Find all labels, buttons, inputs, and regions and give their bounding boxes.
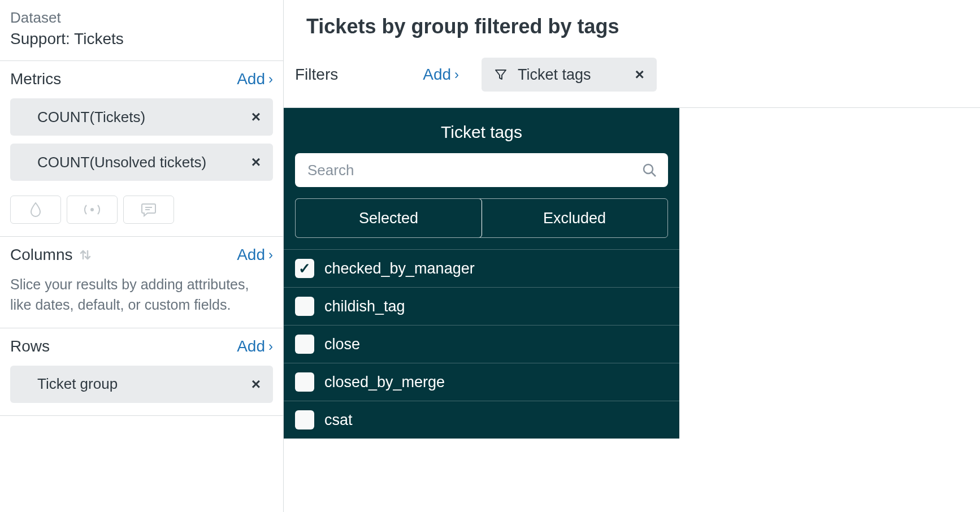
option-list: ✓ checked_by_manager childish_tag close … bbox=[284, 249, 679, 439]
metric-chip-label: COUNT(Tickets) bbox=[37, 109, 145, 126]
chevron-right-icon: › bbox=[268, 247, 273, 263]
option-label: csat bbox=[324, 411, 353, 429]
metric-option-row bbox=[10, 196, 273, 224]
filter-dropdown: Ticket tags Selected Excluded ✓ checked_… bbox=[284, 108, 679, 439]
svg-point-0 bbox=[90, 208, 94, 211]
config-sidebar: Dataset Support: Tickets Metrics Add › C… bbox=[0, 0, 284, 512]
metrics-title: Metrics bbox=[10, 70, 61, 88]
filters-label: Filters bbox=[295, 66, 338, 84]
rows-add-button[interactable]: Add › bbox=[237, 337, 273, 355]
app-root: Dataset Support: Tickets Metrics Add › C… bbox=[0, 0, 980, 512]
metrics-header: Metrics Add › bbox=[10, 70, 273, 88]
columns-add-button[interactable]: Add › bbox=[237, 246, 273, 264]
option-item[interactable]: csat bbox=[284, 401, 679, 439]
filters-add-label: Add bbox=[423, 66, 451, 84]
segmented-control: Selected Excluded bbox=[295, 198, 668, 238]
chevron-right-icon: › bbox=[268, 71, 273, 87]
checkbox-unchecked-icon[interactable] bbox=[295, 297, 314, 316]
rows-title: Rows bbox=[10, 337, 50, 355]
dataset-name[interactable]: Support: Tickets bbox=[10, 30, 273, 48]
remove-icon[interactable]: × bbox=[635, 66, 644, 84]
svg-point-3 bbox=[644, 164, 653, 173]
live-icon-button[interactable] bbox=[67, 196, 118, 224]
metrics-add-button[interactable]: Add › bbox=[237, 70, 273, 88]
option-item[interactable]: childish_tag bbox=[284, 287, 679, 325]
columns-helper-text: Slice your results by adding attributes,… bbox=[10, 274, 273, 315]
rows-header: Rows Add › bbox=[10, 337, 273, 355]
filter-chip-label: Ticket tags bbox=[518, 66, 591, 84]
option-item[interactable]: ✓ checked_by_manager bbox=[284, 249, 679, 287]
option-label: childish_tag bbox=[324, 298, 405, 315]
metric-chip[interactable]: COUNT(Tickets) × bbox=[10, 98, 273, 136]
filter-chip[interactable]: Ticket tags × bbox=[482, 58, 657, 92]
filters-add-button[interactable]: Add › bbox=[423, 66, 459, 84]
metrics-section: Metrics Add › COUNT(Tickets) × COUNT(Uns… bbox=[0, 61, 283, 237]
filter-icon bbox=[494, 68, 508, 81]
option-label: close bbox=[324, 336, 360, 353]
remove-icon[interactable]: × bbox=[251, 375, 261, 393]
dataset-section: Dataset Support: Tickets bbox=[0, 0, 283, 61]
columns-add-label: Add bbox=[237, 246, 265, 264]
comment-icon bbox=[141, 202, 157, 217]
rows-chip-list: Ticket group × bbox=[10, 366, 273, 403]
svg-line-4 bbox=[652, 172, 656, 176]
chevron-right-icon: › bbox=[268, 339, 273, 354]
metric-chip[interactable]: COUNT(Unsolved tickets) × bbox=[10, 144, 273, 181]
remove-icon[interactable]: × bbox=[251, 108, 261, 126]
metric-chip-label: COUNT(Unsolved tickets) bbox=[37, 154, 206, 171]
search-input[interactable] bbox=[295, 153, 668, 187]
dropdown-title: Ticket tags bbox=[284, 108, 679, 153]
drop-icon bbox=[29, 202, 42, 218]
rows-section: Rows Add › Ticket group × bbox=[0, 328, 283, 416]
chevron-right-icon: › bbox=[454, 67, 459, 83]
drop-icon-button[interactable] bbox=[10, 196, 61, 224]
main-title-row: Tickets by group filtered by tags bbox=[284, 0, 980, 58]
columns-title: Columns bbox=[10, 246, 93, 264]
remove-icon[interactable]: × bbox=[251, 153, 261, 171]
search-icon bbox=[642, 163, 657, 177]
search-box bbox=[295, 153, 668, 187]
columns-header: Columns Add › bbox=[10, 246, 273, 264]
row-chip-label: Ticket group bbox=[37, 375, 118, 393]
comment-icon-button[interactable] bbox=[123, 196, 174, 224]
swap-icon[interactable] bbox=[78, 248, 93, 262]
page-title: Tickets by group filtered by tags bbox=[306, 15, 957, 38]
metrics-add-label: Add bbox=[237, 70, 265, 88]
metrics-chip-list: COUNT(Tickets) × COUNT(Unsolved tickets)… bbox=[10, 98, 273, 181]
option-label: checked_by_manager bbox=[324, 260, 475, 277]
option-item[interactable]: closed_by_merge bbox=[284, 363, 679, 401]
row-chip[interactable]: Ticket group × bbox=[10, 366, 273, 403]
checkbox-checked-icon[interactable]: ✓ bbox=[295, 259, 314, 278]
columns-section: Columns Add › Slice your results by addi… bbox=[0, 237, 283, 328]
option-label: closed_by_merge bbox=[324, 374, 445, 391]
tab-selected[interactable]: Selected bbox=[295, 198, 482, 238]
dataset-label: Dataset bbox=[10, 9, 273, 27]
dropdown-inner: Selected Excluded bbox=[284, 153, 679, 249]
checkbox-unchecked-icon[interactable] bbox=[295, 372, 314, 392]
main-area: Tickets by group filtered by tags Filter… bbox=[284, 0, 980, 512]
checkbox-unchecked-icon[interactable] bbox=[295, 410, 314, 429]
rows-add-label: Add bbox=[237, 337, 265, 355]
columns-title-label: Columns bbox=[10, 246, 72, 264]
checkbox-unchecked-icon[interactable] bbox=[295, 335, 314, 354]
filters-row: Filters Add › Ticket tags × bbox=[284, 58, 980, 108]
tab-excluded[interactable]: Excluded bbox=[482, 199, 667, 237]
broadcast-icon bbox=[83, 203, 102, 216]
option-item[interactable]: close bbox=[284, 325, 679, 363]
